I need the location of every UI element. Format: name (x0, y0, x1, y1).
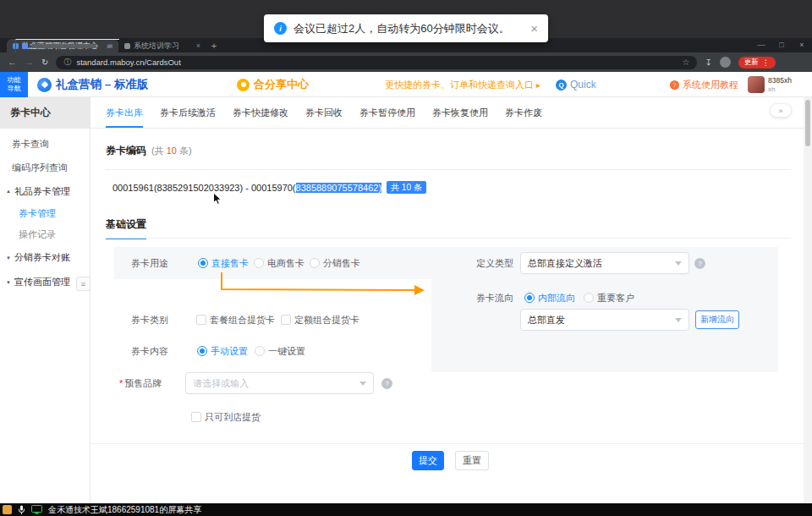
caret-down-icon: ▼ (6, 280, 11, 285)
reset-button[interactable]: 重置 (455, 451, 489, 470)
tab-card-recycle[interactable]: 券卡回收 (305, 97, 343, 128)
scrollbar-thumb[interactable] (805, 100, 810, 146)
checkbox-label: 只可到店提货 (205, 411, 261, 424)
address-bar[interactable]: ⓘ standard.maboy.cn/CardsOut ☆ (56, 56, 697, 69)
card-code-range: 00015961(8385291502033923) - 00015970(83… (112, 180, 426, 195)
chevron-down-icon (675, 261, 682, 266)
divider (106, 238, 791, 239)
maximize-icon[interactable]: □ (771, 38, 792, 52)
minimize-icon[interactable]: — (751, 38, 771, 52)
share-center-link[interactable]: 合分享中心 (237, 72, 309, 97)
browser-profile-avatar[interactable] (720, 57, 731, 68)
quick-link[interactable]: Q Quick (556, 72, 596, 97)
screen: 礼盒营销平台管理中心 × 系统培训学习 × 门店管理中心 × × × × (0, 0, 812, 516)
store-only-row: 只可到店提货 (191, 406, 261, 428)
help-icon[interactable]: ? (381, 378, 392, 389)
presale-brand-row: * 预售品牌 请选择或输入 (119, 372, 374, 394)
define-type-value: 总部直接定义激活 (528, 257, 602, 270)
radio-manual-setup[interactable]: 手动设置 (197, 345, 248, 358)
browser-tab-6[interactable]: × (15, 39, 119, 52)
scrollbar-track[interactable] (804, 97, 812, 503)
sidebar-item-card-management[interactable]: 券卡管理 (0, 203, 90, 224)
browser-menu-icon[interactable]: ⋮ (762, 58, 770, 67)
tab-title: 系统培训学习 (134, 41, 179, 52)
code-text-selected: 8385889075578462) (296, 183, 382, 193)
sidebar-menu: 券卡查询 编码序列查询 ▲ 礼品券卡管理 券卡管理 操作记录 ▼ 分销券卡对账 … (0, 129, 90, 294)
new-tab-button[interactable]: + (206, 39, 222, 52)
tab-card-later-activate[interactable]: 券卡后续激活 (160, 97, 216, 128)
sidebar-group-gift-card-mgmt[interactable]: ▲ 礼品券卡管理 (0, 179, 90, 203)
radio-one-click-setup[interactable]: 一键设置 (255, 345, 305, 358)
checkbox-combo-pickup-card[interactable]: 套餐组合提货卡 (196, 314, 275, 327)
radio-selected-icon (198, 258, 208, 268)
tab-close-icon[interactable]: × (109, 42, 113, 51)
function-nav-button[interactable]: 功能 导航 (0, 72, 28, 97)
tab-favicon (22, 43, 28, 49)
help-icon[interactable]: ? (694, 258, 705, 269)
sidebar-collapse-toggle[interactable]: ≡ (76, 277, 91, 291)
presale-brand-select[interactable]: 请选择或输入 (185, 372, 374, 394)
browser-tab-2[interactable]: 系统培训学习 × (118, 39, 206, 52)
quick-label: Quick (570, 79, 596, 91)
checkbox-label: 定额组合提货卡 (294, 314, 359, 327)
forward-icon[interactable]: → (25, 58, 34, 67)
share-app-avatar (3, 505, 12, 514)
tab-card-quick-edit[interactable]: 券卡快捷修改 (233, 97, 288, 128)
tab-card-resume[interactable]: 券卡恢复使用 (432, 97, 488, 128)
microphone-icon[interactable] (18, 505, 25, 515)
count-suffix: 条) (177, 145, 192, 156)
sidebar-item-card-query[interactable]: 券卡查询 (0, 132, 90, 156)
checkbox-fixed-combo-pickup-card[interactable]: 定额组合提货卡 (281, 314, 359, 327)
radio-important-customer[interactable]: 重要客户 (584, 292, 634, 305)
radio-label: 重要客户 (597, 292, 634, 305)
browser-update-button[interactable]: 更新 ⋮ (738, 57, 776, 69)
download-icon[interactable]: ↧ (705, 58, 711, 67)
sidebar-item-operation-log[interactable]: 操作记录 (0, 224, 90, 245)
tab-title-blurred (31, 44, 96, 48)
panel-collapse-button[interactable]: » (770, 103, 792, 118)
add-flow-button[interactable]: 新增流向 (695, 310, 739, 329)
screen-share-icon[interactable] (31, 505, 42, 514)
site-info-icon[interactable]: ⓘ (63, 57, 71, 68)
tutorial-link[interactable]: ? 系统使用教程 (670, 72, 738, 97)
sidebar-group-label: 礼品券卡管理 (14, 185, 70, 198)
radio-label: 手动设置 (211, 345, 248, 358)
toast-close-icon[interactable]: × (530, 22, 538, 35)
logo-text: 礼盒营销 – 标准版 (56, 77, 149, 92)
tab-card-outbound[interactable]: 券卡出库 (106, 97, 143, 128)
promo-link[interactable]: 更快捷的券卡、订单和快递查询入口 ▸ (385, 72, 540, 97)
count-number: 10 (167, 145, 177, 156)
back-icon[interactable]: ← (8, 58, 17, 67)
sidebar-group-distribution[interactable]: ▼ 分销券卡对账 (0, 245, 90, 270)
tab-card-suspend[interactable]: 券卡暂停使用 (359, 97, 415, 128)
user-subtext: xh (768, 85, 792, 94)
usage-label: 券卡用途 (131, 257, 168, 270)
tab-favicon (124, 43, 130, 49)
caret-up-icon: ▲ (6, 189, 11, 194)
submit-button[interactable]: 提交 (412, 451, 444, 470)
tutorial-icon: ? (670, 80, 679, 90)
flow-target-select[interactable]: 总部直发 (520, 309, 689, 331)
window-close-icon[interactable]: × (792, 38, 812, 52)
logo-icon (37, 78, 52, 92)
reload-icon[interactable]: ↻ (41, 58, 48, 67)
radio-label: 内部流向 (538, 292, 575, 305)
codes-section-header: 券卡编码 (共 10 条) (106, 144, 192, 158)
tab-close-icon[interactable]: × (196, 41, 200, 50)
bookmark-icon[interactable]: ☆ (682, 58, 689, 67)
window-controls: — □ × (751, 38, 812, 52)
checkbox-icon (281, 315, 291, 325)
sidebar-item-code-sequence-query[interactable]: 编码序列查询 (0, 156, 90, 179)
radio-internal-flow[interactable]: 内部流向 (524, 292, 575, 305)
flow-target-value: 总部直发 (528, 314, 565, 327)
caret-down-icon: ▼ (6, 255, 11, 261)
user-avatar[interactable] (748, 76, 765, 93)
tab-card-void[interactable]: 券卡作废 (505, 97, 542, 128)
checkbox-store-pickup-only[interactable]: 只可到店提货 (191, 411, 261, 424)
sidebar-group-label: 分销券卡对账 (14, 251, 70, 264)
radio-label: 一键设置 (268, 345, 305, 358)
mouse-cursor (212, 192, 224, 206)
define-type-select[interactable]: 总部直接定义激活 (520, 252, 689, 274)
user-account[interactable]: 8385xh xh (748, 72, 792, 97)
basic-settings-title: 基础设置 (106, 217, 146, 239)
